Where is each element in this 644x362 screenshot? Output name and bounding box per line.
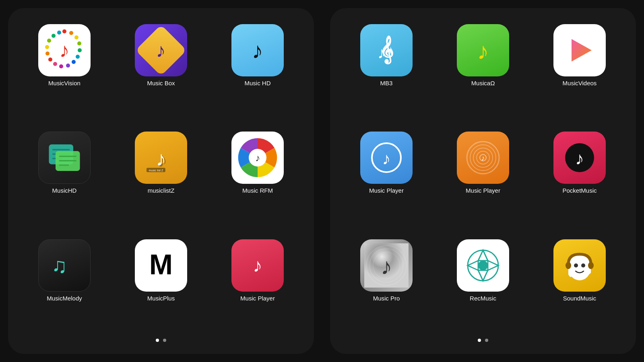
svg-point-2 — [62, 29, 66, 33]
app-musicbox[interactable]: ♪ Music Box — [117, 24, 205, 119]
label-musicvideos: MusicVideos — [563, 80, 597, 86]
app-musicplayer-orange[interactable]: ♪ Music Player — [439, 132, 527, 227]
app-soundmusic[interactable]: SoundMusic — [535, 239, 624, 335]
svg-text:♪: ♪ — [575, 148, 584, 168]
label-musicplayer-orange: Music Player — [466, 187, 500, 194]
svg-point-14 — [45, 45, 49, 49]
svg-point-9 — [66, 64, 70, 68]
right-dots — [478, 339, 488, 342]
svg-point-63 — [574, 263, 578, 267]
svg-text:♪: ♪ — [252, 38, 263, 63]
label-pocketmusic: PocketMusic — [562, 187, 597, 194]
app-pocketmusic[interactable]: ♪ PocketMusic — [535, 132, 624, 227]
svg-point-11 — [53, 62, 57, 66]
label-musicbox: Music Box — [147, 80, 175, 86]
svg-point-4 — [74, 35, 78, 39]
svg-text:M: M — [149, 249, 173, 280]
svg-text:♪: ♪ — [255, 152, 260, 163]
left-dot-2[interactable] — [163, 339, 166, 342]
svg-text:♪: ♪ — [481, 154, 485, 162]
svg-text:music list Z: music list Z — [149, 169, 163, 173]
svg-text:♫: ♫ — [52, 254, 67, 277]
svg-text:♪: ♪ — [387, 43, 394, 57]
label-musicplus: MusicPlus — [147, 295, 175, 302]
svg-text:♪: ♪ — [378, 44, 386, 62]
left-dot-1[interactable] — [156, 339, 159, 342]
app-musicplayer-red[interactable]: ♪ Music Player — [213, 239, 302, 335]
svg-point-61 — [478, 261, 488, 270]
icon-musicrfm: ♪ — [231, 132, 284, 184]
right-dot-1[interactable] — [478, 339, 481, 342]
app-recmusic[interactable]: RecMusic — [439, 239, 527, 335]
app-musicvision[interactable]: ♪ — [20, 24, 109, 119]
icon-musicmelody: ♫ — [38, 239, 91, 292]
svg-point-12 — [48, 58, 52, 62]
label-musicrfm: Music RFM — [242, 187, 273, 194]
app-musichd-top[interactable]: ♪ Music HD — [213, 24, 302, 119]
right-dot-2[interactable] — [485, 339, 488, 342]
icon-recmusic — [457, 239, 509, 292]
label-musichd-bottom: MusicHD — [52, 187, 77, 194]
svg-point-64 — [581, 263, 585, 267]
app-mb3[interactable]: 𝄞 ♪ ♪ MB3 — [342, 24, 431, 119]
svg-text:♪: ♪ — [60, 39, 70, 62]
app-musicvideos[interactable]: MusicVideos — [535, 24, 624, 119]
icon-pocketmusic: ♪ — [553, 132, 606, 184]
icon-musicpro: ♪ — [360, 239, 413, 292]
svg-text:♪: ♪ — [381, 253, 392, 279]
left-app-grid: ♪ — [20, 24, 302, 335]
svg-text:♪: ♪ — [477, 38, 489, 64]
app-musicaomega[interactable]: ♪ MusicaΩ — [439, 24, 527, 119]
right-panel: 𝄞 ♪ ♪ MB3 ♪ MusicaΩ — [330, 8, 636, 354]
app-musicplus[interactable]: M MusicPlus — [117, 239, 205, 335]
label-musicaomega: MusicaΩ — [471, 80, 495, 86]
svg-text:♪: ♪ — [253, 255, 262, 276]
label-musicvision: MusicVision — [48, 80, 80, 86]
label-musicpro: Music Pro — [373, 295, 400, 302]
icon-mb3: 𝄞 ♪ ♪ — [360, 24, 413, 76]
icon-musicplayer-blue: ♪ — [360, 132, 413, 184]
svg-text:♪: ♪ — [156, 147, 166, 170]
label-soundmusic: SoundMusic — [563, 295, 597, 302]
icon-musicbox: ♪ — [135, 24, 187, 76]
icon-musicaomega: ♪ — [457, 24, 509, 76]
app-musichd-bottom[interactable]: MusicHD — [20, 132, 109, 227]
icon-musicplayer-orange: ♪ — [457, 132, 509, 184]
svg-point-7 — [76, 55, 80, 59]
svg-point-17 — [57, 31, 61, 35]
app-musiclistz[interactable]: ♪ ♪ music list Z musiclistZ — [117, 132, 205, 227]
app-screen: ♪ — [0, 0, 644, 362]
icon-musicvision: ♪ — [38, 24, 91, 76]
svg-point-6 — [78, 48, 82, 52]
svg-point-10 — [59, 64, 63, 68]
icon-musichd-bottom — [38, 132, 91, 184]
right-app-grid: 𝄞 ♪ ♪ MB3 ♪ MusicaΩ — [342, 24, 624, 335]
svg-point-66 — [588, 262, 594, 269]
svg-point-15 — [47, 39, 51, 43]
app-musicmelody[interactable]: ♫ MusicMelody — [20, 239, 109, 335]
app-musicpro[interactable]: ♪ Music Pro — [342, 239, 431, 335]
icon-musicplayer-red: ♪ — [231, 239, 284, 292]
label-musichd-top: Music HD — [244, 80, 270, 86]
svg-point-13 — [45, 51, 50, 56]
left-panel: ♪ — [8, 8, 314, 354]
svg-point-3 — [69, 31, 73, 35]
label-mb3: MB3 — [380, 80, 393, 86]
svg-point-5 — [77, 41, 81, 45]
icon-musicplus: M — [135, 239, 187, 292]
svg-point-65 — [566, 262, 571, 269]
label-musiclistz: musiclistZ — [148, 187, 175, 194]
label-musicplayer-red: Music Player — [240, 295, 275, 302]
icon-musiclistz: ♪ ♪ music list Z — [135, 132, 187, 184]
app-musicrfm[interactable]: ♪ Music RFM — [213, 132, 302, 227]
label-musicmelody: MusicMelody — [47, 295, 82, 302]
left-dots — [156, 339, 166, 342]
icon-soundmusic — [553, 239, 606, 292]
icon-musicvideos — [553, 24, 606, 76]
label-musicplayer-blue: Music Player — [369, 187, 404, 194]
label-recmusic: RecMusic — [470, 295, 496, 302]
svg-point-16 — [52, 34, 56, 38]
svg-point-8 — [72, 60, 76, 64]
app-musicplayer-blue[interactable]: ♪ Music Player — [342, 132, 431, 227]
svg-text:♪: ♪ — [382, 149, 391, 168]
